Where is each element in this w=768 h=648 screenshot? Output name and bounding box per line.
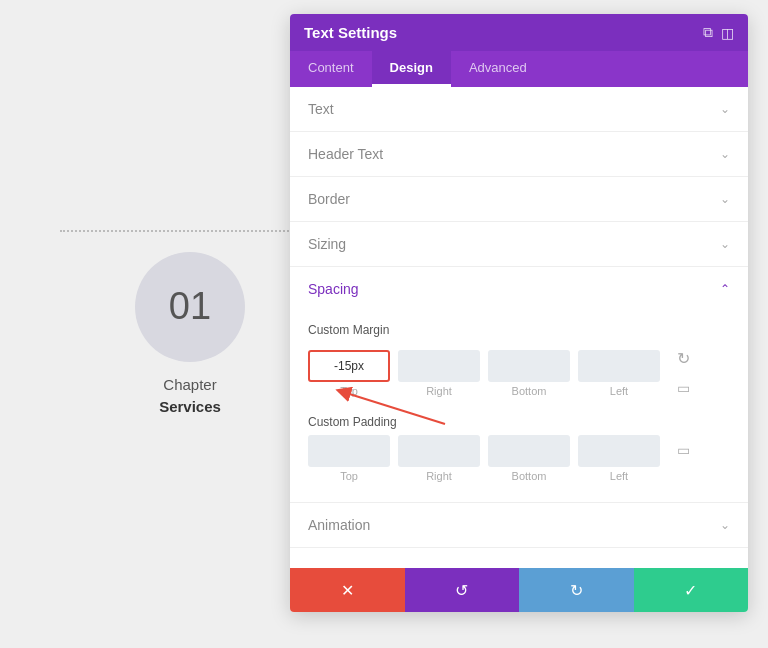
accordion-spacing: Spacing ⌃ Custom Margin Top Right — [290, 267, 748, 503]
margin-bottom-input[interactable] — [488, 350, 570, 382]
chevron-down-icon: ⌄ — [720, 147, 730, 161]
accordion-spacing-label: Spacing — [308, 281, 359, 297]
margin-right-wrap: Right — [398, 350, 480, 397]
accordion-animation-label: Animation — [308, 517, 370, 533]
tab-design[interactable]: Design — [372, 51, 451, 87]
accordion-header-text: Header Text ⌄ — [290, 132, 748, 177]
accordion-sizing-label: Sizing — [308, 236, 346, 252]
accordion-border-header[interactable]: Border ⌄ — [290, 177, 748, 221]
chevron-down-icon: ⌄ — [720, 518, 730, 532]
padding-bottom-label: Bottom — [512, 470, 547, 482]
margin-bottom-label: Bottom — [512, 385, 547, 397]
margin-top-label: Top — [340, 385, 358, 397]
tabs-bar: Content Design Advanced — [290, 51, 748, 87]
chevron-down-icon: ⌄ — [720, 237, 730, 251]
custom-padding-label: Custom Padding — [308, 415, 730, 429]
accordion-border: Border ⌄ — [290, 177, 748, 222]
margin-left-label: Left — [610, 385, 628, 397]
cancel-button[interactable]: ✕ — [290, 568, 405, 612]
padding-right-label: Right — [426, 470, 452, 482]
chevron-down-icon: ⌄ — [720, 192, 730, 206]
padding-left-input[interactable] — [578, 435, 660, 467]
text-settings-panel: Text Settings ⧉ ◫ Content Design Advance… — [290, 14, 748, 612]
accordion-sizing-header[interactable]: Sizing ⌄ — [290, 222, 748, 266]
margin-right-input[interactable] — [398, 350, 480, 382]
accordion-animation-header[interactable]: Animation ⌄ — [290, 503, 748, 547]
save-button[interactable]: ✓ — [634, 568, 749, 612]
padding-responsive-button[interactable]: ▭ — [670, 437, 696, 463]
padding-right-input[interactable] — [398, 435, 480, 467]
padding-top-input[interactable] — [308, 435, 390, 467]
padding-bottom-input[interactable] — [488, 435, 570, 467]
margin-responsive-button[interactable]: ▭ — [670, 375, 696, 401]
accordion-text-header[interactable]: Text ⌄ — [290, 87, 748, 131]
margin-reset-button[interactable]: ↻ — [670, 345, 696, 371]
panel-title: Text Settings — [304, 24, 397, 41]
margin-top-input[interactable] — [308, 350, 390, 382]
layout-icon[interactable]: ◫ — [721, 25, 734, 41]
chapter-label: Chapter Services — [159, 374, 221, 419]
accordion-text-label: Text — [308, 101, 334, 117]
margin-left-wrap: Left — [578, 350, 660, 397]
margin-top-wrap: Top — [308, 350, 390, 397]
custom-margin-label: Custom Margin — [308, 323, 730, 337]
accordion-animation: Animation ⌄ — [290, 503, 748, 548]
margin-inputs-row: Top Right Bottom Left — [308, 350, 660, 397]
margin-bottom-wrap: Bottom — [488, 350, 570, 397]
reset-button[interactable]: ↺ — [405, 568, 520, 612]
padding-left-label: Left — [610, 470, 628, 482]
tab-advanced[interactable]: Advanced — [451, 51, 545, 87]
tab-content[interactable]: Content — [290, 51, 372, 87]
chevron-up-icon: ⌃ — [720, 282, 730, 296]
spacing-content: Custom Margin Top Right Bott — [290, 311, 748, 502]
panel-header: Text Settings ⧉ ◫ — [290, 14, 748, 51]
padding-bottom-wrap: Bottom — [488, 435, 570, 482]
accordion-border-label: Border — [308, 191, 350, 207]
expand-icon[interactable]: ⧉ — [703, 24, 713, 41]
chapter-number-circle: 01 — [135, 252, 245, 362]
chevron-down-icon: ⌄ — [720, 102, 730, 116]
panel-body: Text ⌄ Header Text ⌄ Border ⌄ Sizing ⌄ — [290, 87, 748, 568]
margin-left-input[interactable] — [578, 350, 660, 382]
page-content-area: 01 Chapter Services — [60, 230, 320, 419]
dotted-divider — [60, 230, 320, 232]
accordion-spacing-header[interactable]: Spacing ⌃ — [290, 267, 748, 311]
padding-left-wrap: Left — [578, 435, 660, 482]
redo-button[interactable]: ↻ — [519, 568, 634, 612]
padding-top-wrap: Top — [308, 435, 390, 482]
accordion-header-text-header[interactable]: Header Text ⌄ — [290, 132, 748, 176]
padding-inputs-row: Top Right Bottom Left — [308, 435, 660, 482]
accordion-sizing: Sizing ⌄ — [290, 222, 748, 267]
panel-header-icons: ⧉ ◫ — [703, 24, 734, 41]
accordion-text: Text ⌄ — [290, 87, 748, 132]
padding-row-icons: ▭ — [670, 437, 696, 463]
accordion-header-text-label: Header Text — [308, 146, 383, 162]
padding-top-label: Top — [340, 470, 358, 482]
panel-footer: ✕ ↺ ↻ ✓ — [290, 568, 748, 612]
margin-row-icons: ↻ ▭ — [670, 345, 696, 401]
margin-right-label: Right — [426, 385, 452, 397]
padding-right-wrap: Right — [398, 435, 480, 482]
